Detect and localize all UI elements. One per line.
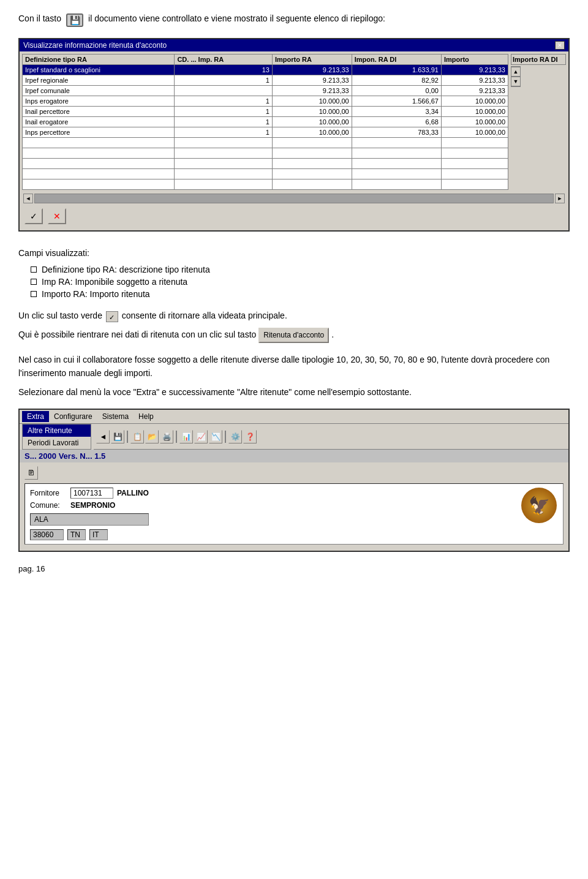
table-row-empty (23, 148, 508, 159)
page-number: pag. 16 (18, 564, 45, 573)
page-footer: pag. 16 (18, 564, 570, 573)
side-panel: Importo RA DI ▲ ▼ (511, 54, 566, 190)
cell-impon: 10.000,00 (441, 127, 508, 138)
cell-impon: 9.213,33 (441, 75, 508, 86)
col-importo: Importo (441, 55, 508, 65)
toolbar-save-btn[interactable]: 💾 (111, 430, 124, 443)
intro-suffix: il documento viene controllato e viene m… (88, 12, 385, 25)
toolbar-btn6[interactable]: 📉 (209, 430, 222, 443)
version-text: S... 2000 Vers. N... 1.5 (24, 451, 105, 461)
save-icon (66, 13, 83, 27)
cell-importo-ra: 10.000,00 (272, 117, 352, 127)
cell-importo-ra: 10.000,00 (272, 127, 352, 138)
cell-impon: 10.000,00 (441, 96, 508, 107)
titlebar-buttons: ✕ (555, 41, 565, 50)
hscroll-right-btn[interactable]: ► (555, 194, 565, 203)
zip-input[interactable]: 38060 (30, 529, 64, 540)
cell-def: Irpef comunale (23, 86, 175, 96)
city-value: ALA (34, 515, 48, 524)
toolbar-btn5[interactable]: 📈 (194, 430, 208, 443)
text1-suffix: consente di ritornare alla videata princ… (122, 311, 287, 320)
table-row[interactable]: Inail percettore 1 10.000,00 3,34 10.000… (23, 107, 508, 117)
bullet-icon (31, 279, 37, 285)
toolbar-btn7[interactable]: ⚙️ (228, 430, 242, 443)
cell-importo: 1.633,91 (352, 65, 441, 75)
dialog-footer: ✓ ✕ (22, 205, 566, 228)
col-cd: CD. ... Imp. RA (175, 55, 273, 65)
intro-paragraph: Con il tasto il documento viene controll… (18, 12, 570, 27)
cell-cd: 13 (175, 65, 273, 75)
toolbar-btn3[interactable]: 🖨️ (160, 430, 173, 443)
hscroll-track (34, 194, 554, 203)
menu-item-help[interactable]: Help (134, 411, 159, 422)
table-row[interactable]: Inail erogatore 1 10.000,00 6,68 10.000,… (23, 117, 508, 127)
ritenuta-dacconto-button[interactable]: Ritenuta d'acconto (258, 328, 329, 343)
cell-def: Irpef standard o scaglioni (23, 65, 175, 75)
text2-prefix: Qui è possibile rientrare nei dati di ri… (18, 330, 256, 339)
cell-def: Irpef regionale (23, 75, 175, 86)
side-label: Importo RA DI (513, 56, 564, 63)
text2-suffix: . (331, 330, 334, 339)
cell-def: Inail erogatore (23, 117, 175, 127)
table-row[interactable]: Irpef regionale 1 9.213,33 82,92 9.213,3… (23, 75, 508, 86)
table-row[interactable]: Irpef comunale 9.213,33 0,00 9.213,33 (23, 86, 508, 96)
bottom-scrollbar: ◄ ► (22, 192, 566, 205)
scroll-up-btn[interactable]: ▲ (511, 67, 521, 77)
cell-cd: 1 (175, 107, 273, 117)
app-toolbar: ◄ 💾 📋 📂 🖨️ 📊 📈 📉 ⚙️ ❓ (94, 424, 568, 450)
cell-cd: 1 (175, 117, 273, 127)
country-input[interactable]: IT (89, 529, 108, 540)
cell-importo-ra: 10.000,00 (272, 107, 352, 117)
ritenuta-table: Definizione tipo RA CD. ... Imp. RA Impo… (22, 54, 508, 190)
cell-cd (175, 86, 273, 96)
campi-section: Campi visualizzati: Definizione tipo RA:… (18, 246, 570, 299)
close-button[interactable]: ✕ (555, 41, 565, 50)
toolbar-btn2[interactable]: 📂 (145, 430, 159, 443)
cell-importo: 1.566,67 (352, 96, 441, 107)
menu-item-configurare[interactable]: Configurare (49, 411, 97, 422)
app-subicon[interactable]: 🖹 (24, 466, 38, 480)
prov-input[interactable]: TN (67, 529, 86, 540)
toolbar-sep1 (127, 431, 128, 443)
intro-prefix: Con il tasto (18, 12, 61, 25)
dropdown-item-altre-ritenute[interactable]: Altre Ritenute (23, 424, 91, 437)
right-scrollbar[interactable]: ▲ ▼ (511, 66, 521, 87)
cell-impon: 10.000,00 (441, 107, 508, 117)
toolbar-btn1[interactable]: 📋 (130, 430, 144, 443)
toolbar-back-btn[interactable]: ◄ (96, 430, 110, 443)
table-row[interactable]: Inps percettore 1 10.000,00 783,33 10.00… (23, 127, 508, 138)
menu-item-extra[interactable]: Extra (22, 411, 49, 422)
table-row-empty (23, 169, 508, 179)
cell-importo-ra: 10.000,00 (272, 96, 352, 107)
ok-button[interactable]: ✓ (24, 208, 43, 224)
emblem-eagle: 🦅 (521, 488, 557, 523)
text-section-1: Un clic sul tasto verde ✓ consente di ri… (18, 309, 570, 343)
campi-item: Definizione tipo RA: descrizione tipo ri… (31, 265, 570, 274)
comune-label: Comune: (30, 501, 67, 510)
cell-importo: 0,00 (352, 86, 441, 96)
cancel-button[interactable]: ✕ (48, 208, 66, 224)
toolbar-btn4[interactable]: 📊 (179, 430, 193, 443)
fornitore-name: PALLINO (117, 489, 149, 497)
scroll-down-btn[interactable]: ▼ (511, 77, 521, 86)
form-grid: Fornitore 1007131 PALLINO Comune: SEMPRO… (24, 483, 564, 545)
cell-def: Inail percettore (23, 107, 175, 117)
table-row[interactable]: Irpef standard o scaglioni 13 9.213,33 1… (23, 65, 508, 75)
cell-cd: 1 (175, 127, 273, 138)
table-row-empty (23, 138, 508, 148)
comune-row: Comune: SEMPRONIO (30, 501, 149, 510)
table-row[interactable]: Inps erogatore 1 10.000,00 1.566,67 10.0… (23, 96, 508, 107)
dialog-titlebar: Visualizzare informazione ritenuta d'acc… (20, 39, 568, 51)
campi-list: Definizione tipo RA: descrizione tipo ri… (31, 265, 570, 299)
app-window: ExtraConfigurareSistemaHelp Altre Ritenu… (18, 409, 570, 552)
toolbar-btn8[interactable]: ❓ (243, 430, 257, 443)
main-paragraph2: Selezionare dal menù la voce "Extra" e s… (18, 385, 570, 399)
dropdown-item-periodi-lavorati[interactable]: Periodi Lavorati (23, 437, 91, 449)
menu-item-sistema[interactable]: Sistema (97, 411, 134, 422)
cell-importo-ra: 9.213,33 (272, 86, 352, 96)
app-menubar: ExtraConfigurareSistemaHelp (20, 410, 568, 424)
hscroll-left-btn[interactable]: ◄ (23, 194, 33, 203)
cell-def: Inps erogatore (23, 96, 175, 107)
fornitore-input[interactable]: 1007131 (70, 488, 113, 499)
table-container: Definizione tipo RA CD. ... Imp. RA Impo… (22, 54, 566, 190)
